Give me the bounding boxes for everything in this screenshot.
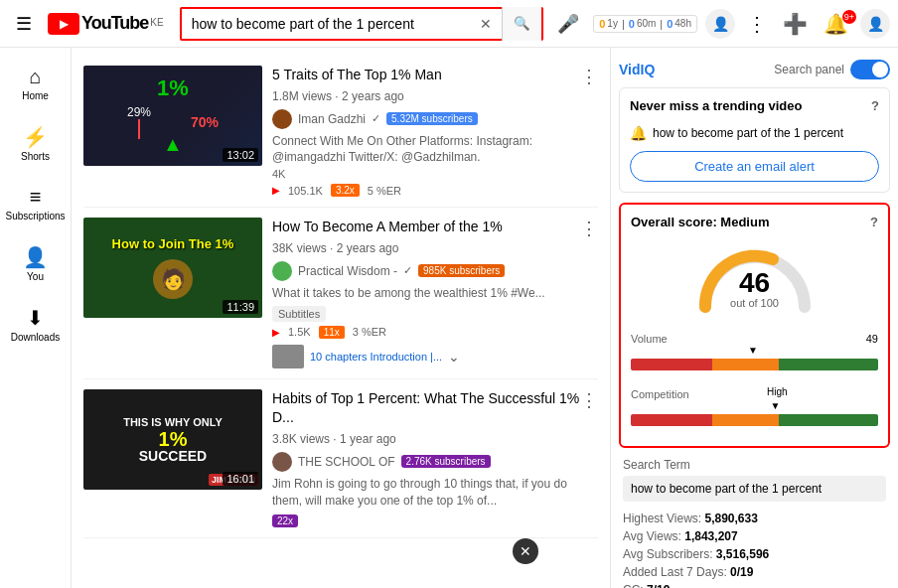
right-panel: VidIQ Search panel Never miss a trending… (610, 48, 898, 588)
search-panel-toggle[interactable] (850, 60, 890, 79)
video-menu-v1[interactable]: ⋮ (580, 66, 598, 87)
bell-icon: 🔔 (630, 125, 647, 141)
stat-label-0: Highest Views: (623, 512, 701, 525)
sidebar-item-label-you: You (27, 271, 44, 282)
vph-badge-v1: 3.2x (331, 184, 360, 197)
er-icon-v2: ▶ (272, 327, 280, 338)
duration-v3: 16:01 (223, 472, 258, 486)
video-title-v2[interactable]: How To Become A Member of the 1% (272, 218, 598, 237)
subtitles-tag-v2: Subtitles (272, 306, 326, 322)
channel-avatar-v2 (272, 261, 292, 281)
sidebar-item-shorts[interactable]: ⚡ Shorts (4, 115, 68, 172)
chapters-text-v2[interactable]: 10 chapters Introduction |... (310, 351, 442, 363)
video-desc-v3: Jim Rohn is going to go through 10 thing… (272, 476, 598, 510)
video-info-v1: 5 Traits of The Top 1% Man 1.8M views · … (272, 66, 598, 197)
stat-label-3: Added Last 7 Days: (623, 565, 727, 579)
vph-v1: 105.1K (288, 185, 323, 197)
gauge: 46 out of 100 (690, 237, 820, 317)
close-area: ✕ (83, 538, 598, 568)
gauge-value: 46 out of 100 (730, 269, 779, 309)
er-v2: 3 %ER (353, 326, 386, 338)
stat-60m-unit: 60m (637, 18, 656, 29)
thumbnail-v1[interactable]: 1% 29% 70% ▲ (83, 66, 262, 166)
video-title-v1[interactable]: 5 Traits of The Top 1% Man (272, 66, 598, 85)
volume-marker-value: 49 (866, 333, 878, 345)
sub-badge-inline-v3: 22x (272, 513, 598, 527)
channel-name-v2[interactable]: Practical Wisdom - (298, 264, 397, 278)
menu-dots-icon[interactable]: ⋮ (743, 8, 771, 40)
volume-bar-row: Volume 49 ▼ (631, 333, 878, 370)
volume-bar (631, 359, 878, 370)
table-row: 1% 29% 70% ▲ (83, 56, 598, 208)
email-alert-button[interactable]: Create an email alert (630, 151, 879, 182)
yt-logo-text: YouTube (81, 13, 148, 34)
video-meta-v1: 1.8M views · 2 years ago (272, 89, 598, 103)
profile-icon[interactable]: 👤 (705, 9, 735, 39)
stat-label-2: Avg Subscribers: (623, 547, 713, 561)
search-input[interactable] (182, 12, 471, 36)
stats-row-v1: ▶ 105.1K 3.2x 5 %ER (272, 184, 598, 197)
expand-chapters-v2[interactable]: ⌄ (448, 349, 460, 365)
menu-icon[interactable]: ☰ (8, 5, 40, 43)
competition-bar-track: ▼ High (631, 414, 878, 426)
video-meta-v2: 38K views · 2 years ago (272, 241, 598, 255)
stat-avg-views: Avg Views: 1,843,207 (623, 527, 886, 545)
table-row: How to Join The 1% 🧑 11:39 How To Become… (83, 208, 598, 378)
volume-marker-arrow: ▼ (748, 345, 758, 356)
notifications-button[interactable]: 🔔 9+ (820, 12, 852, 36)
thumbnail-v3[interactable]: THIS IS WHY ONLY 1% SUCCEED JIM ROHN 16:… (83, 389, 262, 490)
competition-bar-row: Competition ▼ High (631, 388, 878, 426)
sidebar-item-home[interactable]: ⌂ Home (4, 56, 68, 111)
trending-help-icon[interactable]: ? (871, 98, 879, 113)
close-button[interactable]: ✕ (513, 538, 538, 564)
subscriptions-icon: ≡ (30, 186, 42, 209)
stat-added: Added Last 7 Days: 0/19 (623, 563, 886, 581)
sidebar-item-label-downloads: Downloads (11, 332, 60, 343)
volume-label: Volume (631, 333, 668, 345)
search-panel-toggle-row: Search panel (774, 60, 890, 79)
video-desc-v2: What it takes to be among the wealthiest… (272, 285, 598, 302)
stat-label-1: Avg Views: (623, 529, 681, 543)
mic-button[interactable]: 🎤 (551, 7, 585, 41)
channel-name-v1[interactable]: Iman Gadzhi (298, 112, 366, 126)
sidebar-item-you[interactable]: 👤 You (4, 235, 68, 292)
video-list-container: 1% 29% 70% ▲ (72, 48, 610, 588)
sub-badge-v2: 985K subscribers (418, 264, 505, 277)
duration-v2: 11:39 (223, 300, 258, 314)
sidebar-item-downloads[interactable]: ⬇ Downloads (4, 296, 68, 353)
thumbnail-v2[interactable]: How to Join The 1% 🧑 11:39 (83, 218, 262, 318)
score-help-icon[interactable]: ? (870, 215, 878, 229)
search-panel-label: Search panel (774, 63, 844, 76)
stats-row-v2: ▶ 1.5K 11x 3 %ER (272, 326, 598, 339)
main-area: ⌂ Home ⚡ Shorts ≡ Subscriptions 👤 You ⬇ … (0, 48, 898, 588)
video-desc-v1: Connect With Me On Other Platforms: Inst… (272, 133, 598, 167)
video-menu-v2[interactable]: ⋮ (580, 218, 598, 239)
channel-avatar-v3 (272, 452, 292, 472)
video-title-v3[interactable]: Habits of Top 1 Percent: What The Succes… (272, 389, 598, 428)
search-clear-button[interactable]: ✕ (470, 16, 502, 32)
channel-name-v3[interactable]: THE SCHOOL OF (298, 455, 395, 469)
create-video-icon[interactable]: ➕ (779, 8, 812, 40)
table-row: THIS IS WHY ONLY 1% SUCCEED JIM ROHN 16:… (83, 379, 598, 539)
video-menu-v3[interactable]: ⋮ (580, 389, 598, 411)
verified-icon-v2: ✓ (403, 264, 412, 277)
vidiq-header: VidIQ Search panel (619, 56, 890, 87)
sidebar-item-label-shorts: Shorts (21, 151, 50, 162)
volume-bar-track: ▼ (631, 359, 878, 370)
channel-row-v3: THE SCHOOL OF 2.76K subscribers (272, 452, 598, 472)
avatar[interactable]: 👤 (860, 9, 890, 39)
vph-v2: 1.5K (288, 326, 311, 338)
score-bars: Volume 49 ▼ Competition ▼ High (631, 333, 878, 426)
yt-logo-icon (48, 13, 79, 35)
video-meta-v3: 3.8K views · 1 year ago (272, 432, 598, 446)
trending-section: Never miss a trending video ? 🔔 how to b… (619, 87, 890, 193)
you-icon: 👤 (23, 245, 48, 269)
search-bar: ✕ 🔍 (180, 7, 544, 41)
stat-value-1: 1,843,207 (684, 529, 737, 543)
search-button[interactable]: 🔍 (502, 7, 541, 41)
yt-logo-country: KE (150, 17, 163, 28)
sidebar-item-subscriptions[interactable]: ≡ Subscriptions (4, 176, 68, 231)
channel-row-v2: Practical Wisdom - ✓ 985K subscribers (272, 261, 598, 281)
home-icon: ⌂ (29, 66, 41, 88)
competition-marker-arrow: ▼ (770, 400, 780, 411)
